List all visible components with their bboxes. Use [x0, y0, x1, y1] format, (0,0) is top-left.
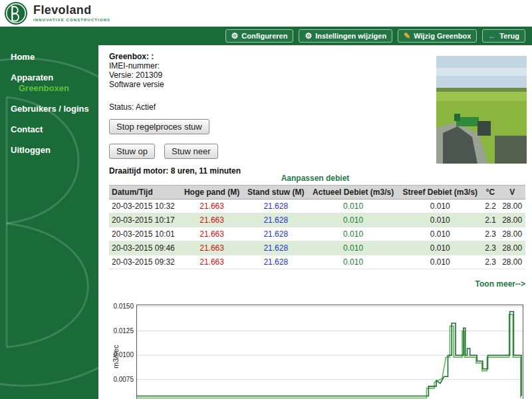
gear-icon: ⚙: [305, 32, 312, 40]
sidebar-menu: Home Apparaten Greenboxen Gebruikers / l…: [0, 27, 98, 155]
measurements-body: 20-03-2015 10:3221.66321.6280.0100.0102.…: [109, 200, 525, 269]
table-cell: 20-03-2015 09:32: [109, 255, 180, 269]
col-header-temperatuur: °C: [482, 186, 499, 200]
table-cell: 21.663: [180, 241, 243, 255]
table-cell: 2.3: [482, 227, 499, 241]
toon-meer-link[interactable]: Toon meer-->: [475, 279, 525, 289]
y-tick-label: 0.0125: [109, 327, 134, 334]
table-cell: 0.010: [398, 241, 482, 255]
logo: Flevoland INNOVATIVE CONSTRUCTIONS: [4, 1, 110, 25]
table-cell: 2.3: [482, 255, 499, 269]
y-tick-label: 0.0100: [109, 351, 134, 358]
sidebar-item-home[interactable]: Home: [0, 52, 98, 62]
col-header-hoge-pand: Hoge pand (M): [180, 186, 243, 200]
greenbox-photo: [436, 56, 527, 164]
table-cell: 0.010: [308, 241, 398, 255]
wijzig-greenbox-button[interactable]: ✎ Wijzig Greenbox: [398, 29, 477, 43]
table-cell: 28.00: [499, 227, 525, 241]
gear-icon: ⚙: [231, 32, 239, 40]
table-cell: 20-03-2015 10:17: [109, 213, 180, 227]
table-cell: 28.00: [499, 200, 525, 213]
terug-label: Terug: [499, 32, 519, 40]
terug-button[interactable]: ← Terug: [482, 29, 525, 43]
table-cell: 28.00: [499, 241, 525, 255]
table-cell: 21.628: [243, 213, 308, 227]
sidebar-item-gebruikers-logins[interactable]: Gebruikers / logins: [0, 104, 98, 114]
sidebar: Home Apparaten Greenboxen Gebruikers / l…: [0, 27, 98, 399]
table-cell: 2.2: [482, 200, 499, 213]
table-cell: 0.010: [398, 213, 482, 227]
table-cell: 21.628: [243, 241, 308, 255]
stop-regelproces-button[interactable]: Stop regelproces stuw: [109, 119, 209, 134]
sidebar-item-greenboxen[interactable]: Greenboxen: [0, 83, 98, 93]
y-tick-label: 0.0075: [109, 376, 134, 383]
table-cell: 21.628: [243, 227, 308, 241]
y-axis-ticks: 0.01500.01250.01000.0075: [109, 305, 134, 399]
configureren-button[interactable]: ⚙ Configureren: [225, 29, 294, 43]
table-row: 20-03-2015 09:3221.66321.6280.0100.0102.…: [109, 255, 525, 269]
table-cell: 20-03-2015 09:46: [109, 241, 180, 255]
table-cell: 21.628: [243, 255, 308, 269]
table-cell: 2.1: [482, 213, 499, 227]
table-cell: 21.663: [180, 255, 243, 269]
table-cell: 2.3: [482, 241, 499, 255]
table-cell: 28.00: [499, 213, 525, 227]
device-details: Greenbox: : IMEI-nummer: Versie: 201309 …: [109, 52, 164, 89]
back-arrow-icon: ←: [488, 32, 496, 40]
table-cell: 0.010: [308, 200, 398, 213]
brand-tagline: INNOVATIVE CONSTRUCTIONS: [33, 18, 110, 22]
table-cell: 28.00: [499, 255, 525, 269]
table-cell: 20-03-2015 10:32: [109, 200, 180, 213]
table-cell: 0.010: [398, 227, 482, 241]
col-header-streef-debiet: Streef Debiet (m3/s): [398, 186, 482, 200]
table-cell: 21.663: [180, 213, 243, 227]
table-cell: 21.663: [180, 200, 243, 213]
aanpassen-debiet-link[interactable]: Aanpassen debiet: [98, 174, 532, 183]
table-cell: 0.010: [308, 255, 398, 269]
page: Flevoland INNOVATIVE CONSTRUCTIONS ⚙ Con…: [0, 0, 532, 399]
stuw-op-button[interactable]: Stuw op: [109, 144, 155, 159]
table-cell: 20-03-2015 10:01: [109, 227, 180, 241]
sidebar-item-uitloggen[interactable]: Uitloggen: [0, 145, 98, 155]
table-cell: 0.010: [308, 213, 398, 227]
table-cell: 0.010: [398, 255, 482, 269]
table-cell: 0.010: [398, 200, 482, 213]
instellingen-label: Instellingen wijzigen: [315, 32, 386, 40]
table-row: 20-03-2015 10:0121.66321.6280.0100.0102.…: [109, 227, 525, 241]
instellingen-wijzigen-button[interactable]: ⚙ Instellingen wijzigen: [299, 29, 392, 43]
y-tick-label: 0.0150: [109, 303, 134, 310]
pencil-icon: ✎: [404, 32, 410, 40]
flow-chart-plot: [136, 305, 523, 399]
table-cell: 21.628: [243, 200, 308, 213]
configureren-label: Configureren: [241, 32, 287, 40]
col-header-datum-tijd: Datum/Tijd: [109, 186, 180, 200]
greenbox-name: Greenbox: :: [109, 52, 164, 61]
top-header: Flevoland INNOVATIVE CONSTRUCTIONS: [0, 0, 532, 27]
status-text: Status: Actief: [109, 102, 156, 112]
brand-name: Flevoland: [33, 4, 110, 17]
sidebar-item-contact[interactable]: Contact: [0, 124, 98, 134]
software-versie: Software versie: [109, 80, 164, 89]
table-cell: 0.010: [308, 227, 398, 241]
versie: Versie: 201309: [109, 70, 164, 80]
col-header-stand-stuw: Stand stuw (M): [243, 186, 308, 200]
table-cell: 21.663: [180, 227, 243, 241]
table-row: 20-03-2015 10:3221.66321.6280.0100.0102.…: [109, 200, 525, 213]
brand-block: Flevoland INNOVATIVE CONSTRUCTIONS: [33, 4, 110, 22]
table-header-row: Datum/Tijd Hoge pand (M) Stand stuw (M) …: [109, 186, 525, 200]
measurements-table: Datum/Tijd Hoge pand (M) Stand stuw (M) …: [109, 185, 525, 269]
table-row: 20-03-2015 09:4621.66321.6280.0100.0102.…: [109, 241, 525, 255]
imei-number: IMEI-nummer:: [109, 61, 164, 70]
sidebar-item-apparaten[interactable]: Apparaten: [0, 72, 98, 82]
flow-chart: m3/sec 0.01500.01250.01000.0075: [109, 305, 525, 399]
stuw-buttons: Stuw op Stuw neer: [109, 144, 218, 159]
flevoland-logo-icon: [4, 1, 28, 25]
col-header-actueel-debiet: Actueel Debiet (m3/s): [308, 186, 398, 200]
col-header-volt: V: [499, 186, 525, 200]
stuw-neer-button[interactable]: Stuw neer: [164, 144, 218, 159]
table-row: 20-03-2015 10:1721.66321.6280.0100.0102.…: [109, 213, 525, 227]
wijzig-label: Wijzig Greenbox: [414, 32, 471, 40]
